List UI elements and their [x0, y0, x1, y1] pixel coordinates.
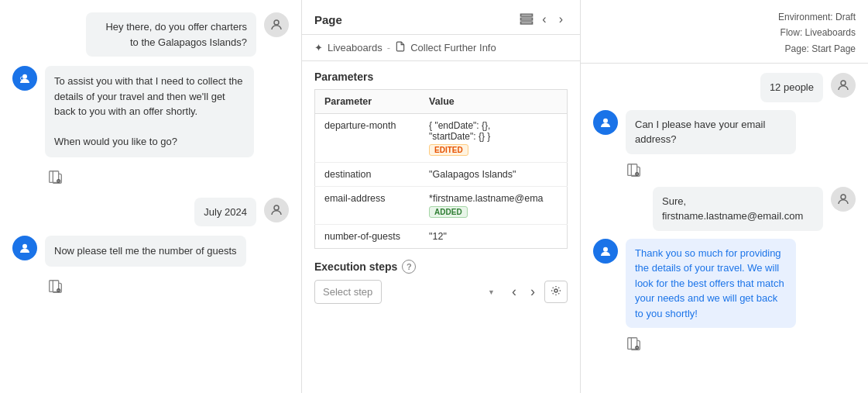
param-number-of-guests: number-of-guests — [315, 225, 420, 249]
parameters-table: Parameter Value departure-month { "endDa… — [314, 89, 568, 249]
param-email-address: email-address — [315, 187, 420, 225]
table-row: email-address *firstname.lastname@ema AD… — [315, 187, 568, 225]
right-agent-avatar-2 — [593, 239, 618, 264]
env-info: Environment: Draft Flow: Liveaboards Pag… — [581, 0, 868, 64]
breadcrumb-flow-name: Liveaboards — [328, 42, 383, 53]
env-flow: Flow: Liveaboards — [593, 25, 856, 40]
table-row: number-of-guests "12" — [315, 225, 568, 249]
user-bubble-2: July 2024 — [194, 198, 256, 227]
svg-rect-11 — [521, 22, 533, 24]
svg-point-18 — [603, 246, 608, 251]
svg-point-5 — [274, 205, 279, 210]
right-chat-row-user-1: 12 people — [593, 73, 856, 102]
agent-avatar-2 — [12, 236, 37, 260]
agent-avatar-1 — [12, 66, 37, 91]
right-agent-avatar-1 — [593, 110, 618, 135]
breadcrumb-flow-icon: ✦ — [314, 42, 323, 53]
right-user-bubble-2: Sure, firstname.lastname@email.com — [653, 187, 823, 231]
execution-steps-label: Execution steps — [314, 260, 397, 273]
value-departure-month: { "endDate": {},"startDate": {} } EDITED — [420, 114, 567, 163]
step-prev-button[interactable]: ‹ — [507, 281, 521, 303]
value-number-of-guests: "12" — [420, 225, 567, 249]
page-title: Page — [314, 13, 342, 26]
chat-row-agent-1: To assist you with that I need to collec… — [12, 66, 289, 157]
svg-point-14 — [603, 118, 608, 122]
chat-row-user-2: July 2024 — [12, 198, 289, 227]
page-icon-left-1 — [45, 167, 67, 188]
page-icon-right-2 — [593, 336, 856, 353]
parameters-label: Parameters — [302, 61, 580, 89]
col-header-param: Parameter — [315, 90, 420, 114]
step-selector-row: Select step ‹ › — [302, 280, 580, 316]
env-environment: Environment: Draft — [593, 9, 856, 25]
list-icon — [519, 12, 534, 27]
right-user-avatar-1 — [831, 73, 856, 98]
right-chat-row-agent-2: Thank you so much for providing the deta… — [593, 239, 856, 329]
page-icon-right-1 — [593, 162, 856, 179]
param-destination: destination — [315, 163, 420, 187]
right-chat-area: 12 people Can I please have your email a… — [581, 64, 868, 393]
help-icon[interactable]: ? — [402, 260, 416, 274]
chat-row-agent-2: Now please tell me the number of guests — [12, 236, 289, 267]
svg-point-0 — [274, 20, 279, 25]
step-select-wrapper: Select step — [314, 280, 503, 304]
svg-point-6 — [22, 244, 27, 249]
col-header-value: Value — [420, 90, 567, 114]
execution-steps-section: Execution steps ? — [302, 249, 580, 280]
agent-bubble-2: Now please tell me the number of guests — [45, 236, 246, 267]
table-row: destination "Galapagos Islands" — [315, 163, 568, 187]
svg-point-17 — [841, 195, 846, 199]
breadcrumb-separator: - — [387, 42, 390, 53]
step-select[interactable]: Select step — [314, 280, 382, 304]
svg-point-12 — [554, 289, 558, 292]
env-page: Page: Start Page — [593, 41, 856, 57]
breadcrumb-page-icon — [395, 41, 406, 54]
svg-point-2 — [20, 77, 23, 80]
agent-bubble-1: To assist you with that I need to collec… — [45, 66, 254, 157]
user-bubble-1: Hey there, do you offer charters to the … — [86, 12, 256, 57]
nav-next-button[interactable]: › — [554, 11, 568, 28]
right-panel: Environment: Draft Flow: Liveaboards Pag… — [581, 0, 868, 393]
badge-added: ADDED — [429, 206, 468, 218]
user-avatar-2 — [264, 198, 289, 222]
right-agent-bubble-2: Thank you so much for providing the deta… — [626, 239, 796, 329]
breadcrumb-page-name: Collect Further Info — [410, 42, 496, 53]
step-next-button[interactable]: › — [526, 281, 540, 303]
svg-rect-10 — [521, 18, 533, 20]
breadcrumb: ✦ Liveaboards - Collect Further Info — [302, 35, 580, 61]
right-agent-bubble-1: Can I please have your email address? — [626, 110, 796, 154]
value-email-address: *firstname.lastname@ema ADDED — [420, 187, 567, 225]
right-chat-row-agent-1: Can I please have your email address? — [593, 110, 856, 154]
nav-prev-button[interactable]: ‹ — [537, 11, 551, 28]
right-user-bubble-1: 12 people — [760, 73, 823, 102]
svg-point-13 — [841, 81, 846, 85]
badge-edited: EDITED — [429, 144, 468, 156]
svg-rect-9 — [521, 14, 533, 16]
page-icon-left-2 — [45, 276, 67, 298]
user-avatar-1 — [264, 12, 289, 37]
middle-panel: Page ‹ › ✦ Liveaboards - Collect Further… — [302, 0, 581, 393]
page-nav: ‹ › — [519, 11, 568, 28]
value-destination: "Galapagos Islands" — [420, 163, 567, 187]
right-user-avatar-2 — [831, 187, 856, 212]
focus-button[interactable] — [544, 281, 568, 303]
table-row: departure-month { "endDate": {},"startDa… — [315, 114, 568, 163]
right-chat-row-user-2: Sure, firstname.lastname@email.com — [593, 187, 856, 231]
left-chat-panel: Hey there, do you offer charters to the … — [0, 0, 302, 393]
param-departure-month: departure-month — [315, 114, 420, 163]
chat-row-user-1: Hey there, do you offer charters to the … — [12, 12, 289, 57]
page-header: Page ‹ › — [302, 0, 580, 35]
